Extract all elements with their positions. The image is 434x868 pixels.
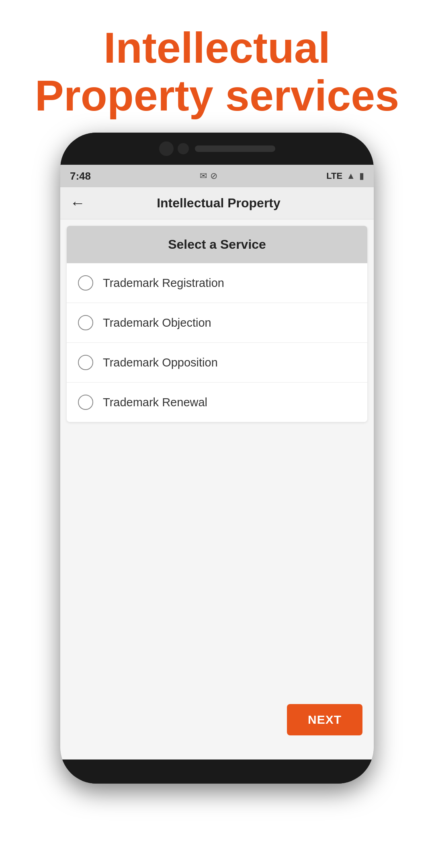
radio-trademark-opposition[interactable] [78, 355, 93, 370]
status-pill [195, 145, 275, 152]
content-area: Select a Service Trademark Registration … [60, 219, 374, 760]
page-title: Intellectual Property services [32, 24, 402, 120]
phone-notch [60, 133, 374, 165]
service-label-trademark-registration: Trademark Registration [103, 276, 224, 290]
next-button-container: NEXT [287, 704, 362, 735]
service-option-trademark-objection[interactable]: Trademark Objection [67, 303, 367, 343]
app-bar: ← Intellectual Property [60, 187, 374, 219]
service-label-trademark-objection: Trademark Objection [103, 316, 211, 330]
service-card-header: Select a Service [67, 226, 367, 263]
app-bar-title: Intellectual Property [93, 196, 344, 211]
service-label-trademark-opposition: Trademark Opposition [103, 356, 218, 369]
next-button[interactable]: NEXT [287, 704, 362, 735]
phone-screen: 7:48 ✉ ⊘ LTE ▲ ▮ ← Intellectual Property… [60, 165, 374, 760]
mail-icon: ✉ [200, 171, 207, 181]
service-option-trademark-registration[interactable]: Trademark Registration [67, 263, 367, 303]
status-right: LTE ▲ ▮ [326, 171, 364, 181]
select-service-heading: Select a Service [168, 237, 266, 252]
page-header: Intellectual Property services [0, 0, 434, 136]
signal-icon: ▲ [346, 171, 355, 181]
service-option-trademark-opposition[interactable]: Trademark Opposition [67, 343, 367, 383]
earpiece [178, 143, 189, 154]
notification-icon: ⊘ [210, 171, 217, 181]
front-camera [159, 141, 174, 156]
radio-trademark-registration[interactable] [78, 275, 93, 291]
status-icons-left: ✉ ⊘ [200, 171, 217, 181]
battery-icon: ▮ [359, 171, 364, 181]
lte-label: LTE [326, 171, 342, 181]
service-card: Select a Service Trademark Registration … [67, 226, 367, 422]
status-bar: 7:48 ✉ ⊘ LTE ▲ ▮ [60, 165, 374, 187]
phone-bottom-bar [60, 760, 374, 784]
radio-trademark-objection[interactable] [78, 315, 93, 330]
service-option-trademark-renewal[interactable]: Trademark Renewal [67, 383, 367, 422]
service-options-list: Trademark Registration Trademark Objecti… [67, 263, 367, 422]
back-button[interactable]: ← [70, 194, 85, 212]
radio-trademark-renewal[interactable] [78, 395, 93, 410]
service-label-trademark-renewal: Trademark Renewal [103, 396, 207, 409]
phone-mockup: 7:48 ✉ ⊘ LTE ▲ ▮ ← Intellectual Property… [60, 133, 374, 784]
status-time: 7:48 [70, 170, 91, 182]
